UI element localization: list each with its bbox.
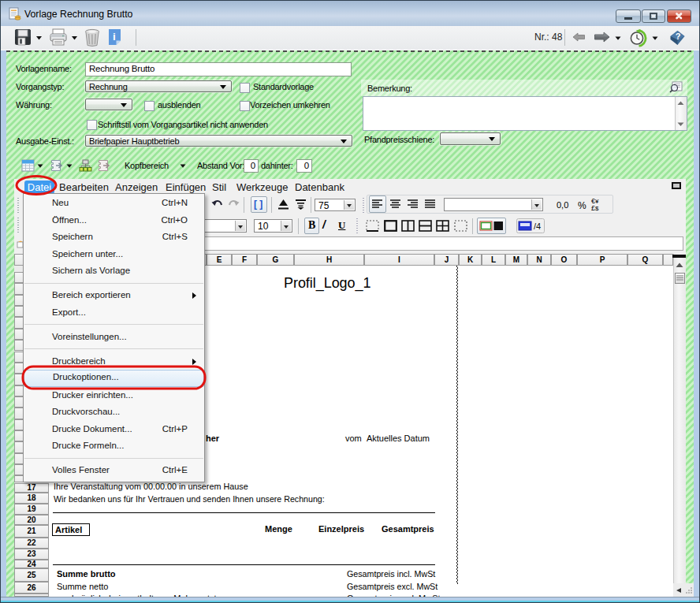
- svg-text:?: ?: [676, 32, 681, 41]
- svg-text:/4: /4: [534, 221, 541, 231]
- svg-text:i: i: [113, 31, 116, 43]
